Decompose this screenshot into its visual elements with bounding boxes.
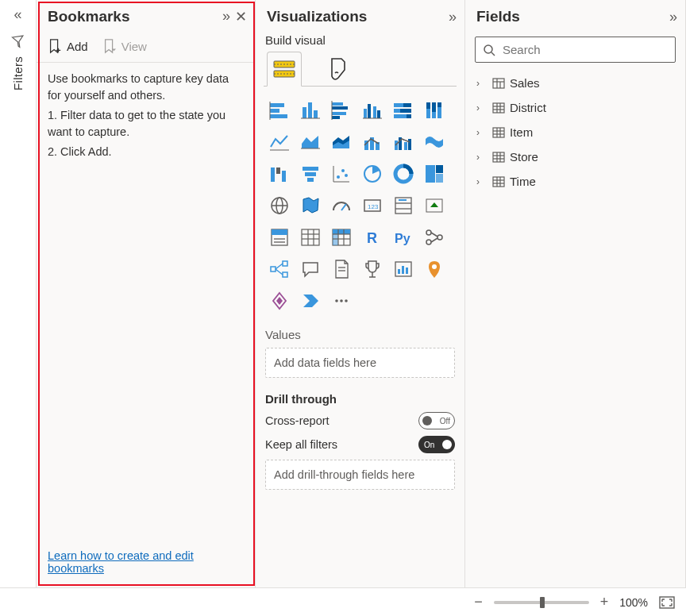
svg-text:R: R [367, 230, 377, 246]
zoom-slider[interactable] [494, 601, 589, 604]
table-icon [492, 126, 505, 139]
format-visual-icon [327, 57, 349, 81]
format-visual-tab[interactable] [321, 52, 356, 87]
cross-report-toggle[interactable]: Off [418, 412, 455, 429]
svg-rect-20 [377, 110, 380, 118]
svg-rect-104 [402, 266, 404, 274]
svg-rect-47 [305, 172, 316, 176]
close-bookmarks-button[interactable]: ✕ [235, 8, 247, 25]
viz-area[interactable] [296, 128, 325, 156]
viz-table[interactable] [296, 223, 325, 252]
viz-slicer[interactable] [265, 223, 294, 252]
svg-rect-43 [271, 167, 275, 182]
viz-arcgis[interactable] [420, 255, 449, 283]
filters-collapsed-pane: « Filters [0, 0, 37, 587]
viz-multi-row-card[interactable] [389, 191, 418, 220]
viz-decomposition-tree[interactable] [265, 255, 294, 283]
viz-donut[interactable] [389, 160, 418, 188]
svg-rect-10 [314, 110, 318, 118]
values-label: Values [256, 320, 464, 345]
table-label: District [510, 101, 546, 114]
build-visual-icon [272, 59, 296, 79]
zoom-out-button[interactable]: − [474, 594, 483, 610]
viz-kpi[interactable] [420, 191, 449, 220]
svg-rect-41 [404, 142, 407, 150]
viz-line-stacked-column[interactable] [358, 128, 387, 156]
collapse-bookmarks-button[interactable]: » [222, 8, 230, 25]
viz-clustered-bar[interactable] [327, 96, 356, 125]
viz-scatter[interactable] [327, 160, 356, 188]
viz-goals[interactable] [358, 255, 387, 283]
svg-rect-126 [493, 152, 504, 162]
viz-card[interactable]: 123 [358, 191, 387, 220]
svg-rect-131 [493, 177, 504, 187]
viz-waterfall[interactable] [265, 160, 294, 188]
build-visual-tab[interactable] [267, 52, 302, 87]
viz-gauge[interactable] [327, 191, 356, 220]
svg-line-92 [431, 238, 437, 242]
svg-point-89 [426, 240, 431, 244]
collapse-fields-button[interactable]: » [669, 9, 677, 25]
viz-line-clustered-column[interactable] [389, 128, 418, 156]
viz-stacked-bar[interactable] [265, 96, 294, 125]
chevron-right-icon: › [476, 78, 488, 89]
fields-search-input[interactable] [475, 37, 676, 63]
svg-rect-71 [272, 229, 287, 235]
keep-all-filters-toggle[interactable]: On [418, 436, 455, 453]
table-item-sales[interactable]: › Sales [473, 71, 677, 95]
viz-funnel[interactable] [296, 160, 325, 188]
bookmark-add-button[interactable]: Add [48, 38, 88, 54]
viz-r[interactable]: R [358, 223, 387, 252]
viz-key-influencers[interactable] [420, 223, 449, 252]
svg-rect-4 [270, 103, 284, 107]
chevron-right-icon: › [476, 152, 488, 163]
viz-treemap[interactable] [420, 160, 449, 188]
chevron-right-icon: › [476, 176, 488, 187]
svg-rect-136 [660, 597, 674, 608]
svg-rect-103 [398, 269, 400, 274]
drill-through-drop[interactable]: Add drill-through fields here [265, 460, 455, 490]
bookmarks-learn-link[interactable]: Learn how to create and edit bookmarks [48, 549, 194, 575]
viz-power-apps[interactable] [265, 287, 294, 315]
viz-map[interactable] [265, 191, 294, 220]
viz-pie[interactable] [358, 160, 387, 188]
viz-paginated[interactable] [327, 255, 356, 283]
viz-matrix[interactable] [327, 223, 356, 252]
svg-rect-13 [332, 106, 348, 110]
keep-all-filters-label: Keep all filters [265, 438, 337, 451]
fields-title: Fields [476, 8, 520, 25]
svg-rect-23 [403, 103, 411, 107]
svg-rect-6 [270, 114, 287, 118]
zoom-in-button[interactable]: + [600, 594, 609, 610]
viz-more[interactable] [327, 287, 356, 315]
table-item-time[interactable]: › Time [473, 169, 677, 194]
viz-clustered-column[interactable] [358, 96, 387, 125]
viz-ribbon[interactable] [420, 128, 449, 156]
viz-stacked-column[interactable] [296, 96, 325, 125]
table-item-item[interactable]: › Item [473, 120, 677, 144]
viz-100-stacked-column[interactable] [420, 96, 449, 125]
viz-stacked-area[interactable] [327, 128, 356, 156]
svg-point-109 [345, 299, 348, 302]
expand-filters-button[interactable]: « [13, 6, 21, 23]
svg-rect-94 [283, 261, 287, 266]
svg-point-52 [341, 169, 345, 172]
table-item-district[interactable]: › District [473, 95, 677, 120]
viz-line[interactable] [265, 128, 294, 156]
viz-100-stacked-bar[interactable] [389, 96, 418, 125]
viz-qna[interactable] [296, 255, 325, 283]
svg-line-97 [276, 269, 283, 275]
table-item-store[interactable]: › Store [473, 144, 677, 169]
viz-py[interactable]: Py [389, 223, 418, 252]
sum-table-icon [492, 77, 505, 90]
values-drop[interactable]: Add data fields here [265, 348, 455, 378]
svg-rect-33 [437, 102, 441, 107]
svg-rect-56 [426, 165, 435, 183]
viz-scorecard[interactable] [389, 255, 418, 283]
viz-power-automate[interactable] [296, 287, 325, 315]
svg-line-111 [491, 52, 495, 56]
collapse-visualizations-button[interactable]: » [449, 9, 457, 25]
fit-to-page-button[interactable] [659, 596, 675, 609]
filters-label[interactable]: Filters [11, 56, 25, 90]
viz-filled-map[interactable] [296, 191, 325, 220]
